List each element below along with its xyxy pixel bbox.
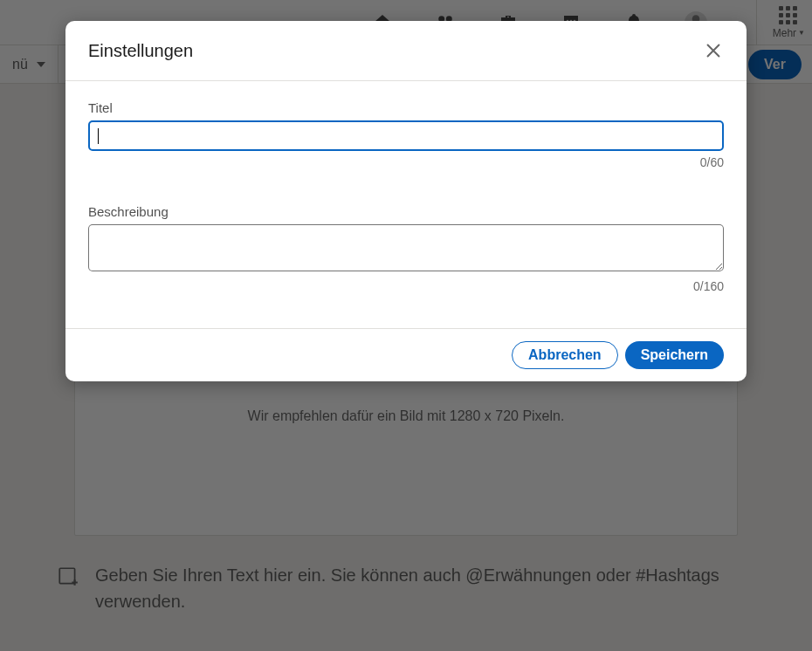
title-label: Titel — [88, 100, 724, 115]
save-button[interactable]: Speichern — [625, 341, 724, 369]
title-char-count: 0/60 — [88, 155, 724, 169]
title-input[interactable] — [88, 120, 724, 151]
description-char-count: 0/160 — [88, 279, 724, 293]
cancel-button[interactable]: Abbrechen — [512, 341, 618, 369]
description-label: Beschreibung — [88, 204, 724, 219]
close-button[interactable] — [699, 37, 727, 65]
text-cursor — [98, 128, 99, 144]
settings-modal: Einstellungen Titel 0/60 Beschreibung 0/… — [65, 21, 747, 381]
modal-title: Einstellungen — [88, 41, 193, 61]
modal-overlay: Einstellungen Titel 0/60 Beschreibung 0/… — [0, 0, 812, 651]
description-input[interactable] — [88, 224, 724, 271]
